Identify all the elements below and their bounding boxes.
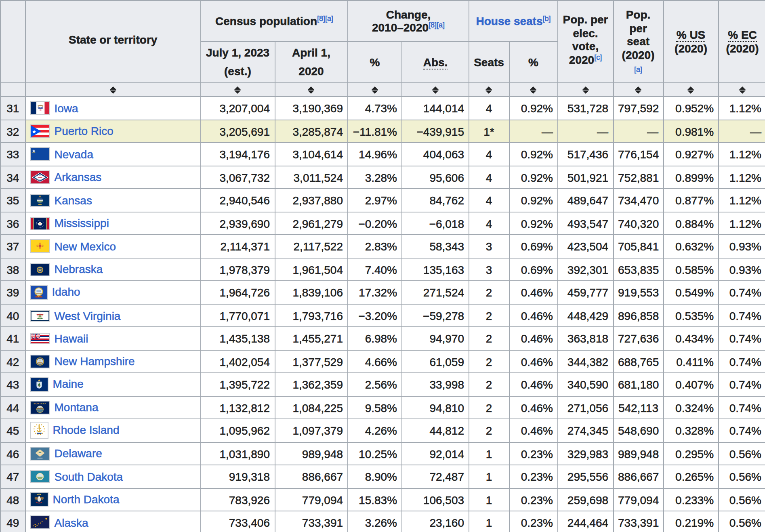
svg-text:MONTANA: MONTANA [34,402,46,405]
